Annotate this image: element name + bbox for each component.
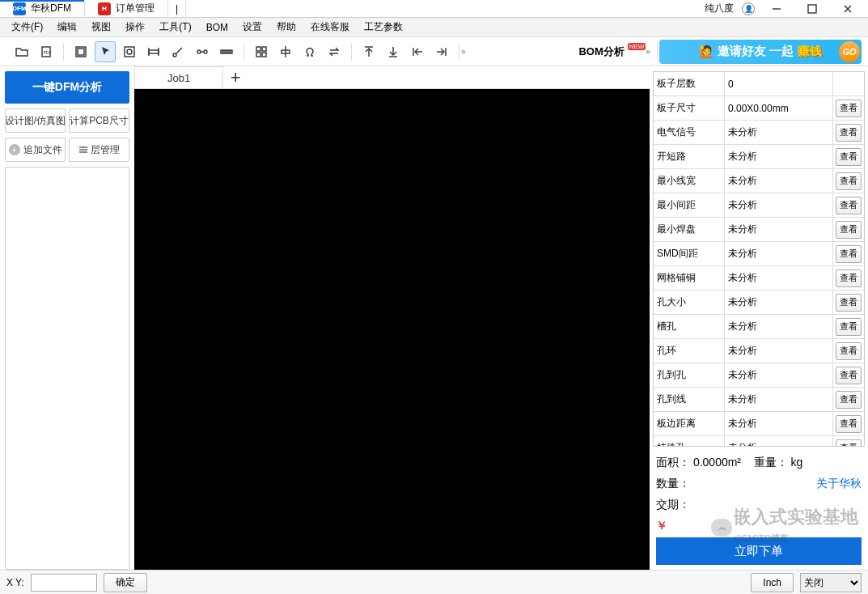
- grid-key: 电气信号: [654, 121, 725, 144]
- menu-support[interactable]: 在线客服: [304, 18, 356, 36]
- select-tool-icon[interactable]: [95, 41, 116, 62]
- app-tab-dfm-label: 华秋DFM: [31, 2, 71, 15]
- main-area: 一键DFM分析 设计图/仿真图 计算PCB尺寸 + 追加文件 层管理 Job1 …: [0, 66, 868, 570]
- grid-value: 未分析: [725, 266, 833, 290]
- grid-row: 网格铺铜未分析查看: [654, 266, 864, 291]
- prev-icon[interactable]: [407, 41, 428, 62]
- close-select[interactable]: 关闭: [800, 573, 862, 592]
- order-now-button[interactable]: 立即下单: [656, 537, 862, 565]
- grid-value: 未分析: [725, 436, 833, 447]
- grid-value: 未分析: [725, 169, 833, 193]
- bom-overflow-icon[interactable]: »: [646, 47, 650, 56]
- grid-key: 网格铺铜: [654, 266, 725, 290]
- close-button[interactable]: [834, 0, 862, 18]
- view-button[interactable]: 查看: [836, 100, 862, 117]
- toolbar-overflow-icon[interactable]: »: [461, 47, 466, 56]
- weight-value: kg: [791, 456, 803, 469]
- ruler-icon[interactable]: [216, 41, 237, 62]
- view-button[interactable]: 查看: [836, 124, 862, 142]
- import-down-icon[interactable]: [383, 41, 404, 62]
- view-button[interactable]: 查看: [836, 367, 862, 384]
- app-tab-spacer: |: [168, 0, 186, 18]
- view-button[interactable]: 查看: [836, 318, 862, 336]
- grid-row: 最小间距未分析查看: [654, 193, 864, 218]
- bom-analyze-button[interactable]: BOM分析: [575, 45, 627, 59]
- calc-pcb-size-button[interactable]: 计算PCB尺寸: [69, 108, 129, 133]
- grid-row: 孔环未分析查看: [654, 339, 864, 363]
- user-name[interactable]: 纯八度: [705, 2, 734, 15]
- grid-key: 最小线宽: [654, 169, 725, 193]
- menu-help[interactable]: 帮助: [270, 18, 303, 36]
- view-button[interactable]: 查看: [836, 439, 862, 448]
- svg-point-9: [127, 49, 132, 54]
- open-folder-icon[interactable]: [11, 41, 32, 62]
- one-click-dfm-button[interactable]: 一键DFM分析: [5, 71, 129, 104]
- analysis-grid[interactable]: 板子层数0板子尺寸0.00X0.00mm查看电气信号未分析查看开短路未分析查看最…: [653, 71, 865, 447]
- minimize-button[interactable]: [763, 0, 790, 18]
- open-pdf-icon[interactable]: PDF: [36, 41, 57, 62]
- next-icon[interactable]: [431, 41, 452, 62]
- app-tab-order[interactable]: H 订单管理: [85, 0, 168, 18]
- panel-grid-icon[interactable]: [251, 41, 272, 62]
- measure-net-icon[interactable]: [192, 41, 213, 62]
- measure-point-icon[interactable]: [167, 41, 188, 62]
- banner-text-cash: 赚钱: [798, 44, 822, 59]
- grid-row: 特殊孔未分析查看: [654, 436, 864, 447]
- grid-key: 板子层数: [654, 72, 725, 95]
- zoom-window-icon[interactable]: [119, 41, 140, 62]
- view-button[interactable]: 查看: [836, 148, 862, 166]
- design-sim-button[interactable]: 设计图/仿真图: [5, 108, 66, 133]
- menu-view[interactable]: 视图: [85, 18, 117, 36]
- unit-toggle-button[interactable]: Inch: [751, 573, 794, 592]
- view-button[interactable]: 查看: [836, 221, 862, 239]
- menu-tools[interactable]: 工具(T): [153, 18, 197, 36]
- swap-icon[interactable]: [324, 41, 345, 62]
- app-tab-dfm[interactable]: DFM 华秋DFM: [0, 0, 85, 18]
- grid-value: 未分析: [725, 242, 833, 265]
- document-tab-job1[interactable]: Job1: [134, 66, 223, 88]
- about-link[interactable]: 关于华秋: [816, 473, 862, 494]
- menu-bom[interactable]: BOM: [200, 19, 235, 36]
- grid-value: 未分析: [725, 388, 833, 411]
- grid-row: 孔到孔未分析查看: [654, 363, 864, 388]
- view-button[interactable]: 查看: [836, 245, 862, 263]
- export-up-icon[interactable]: [358, 41, 379, 62]
- measure-dim-icon[interactable]: [143, 41, 164, 62]
- menu-operate[interactable]: 操作: [119, 18, 151, 36]
- invite-banner[interactable]: 🙋 邀请好友 一起 赚钱 GO: [659, 40, 862, 64]
- area-value: 0.0000m²: [693, 456, 741, 469]
- banner-text-pre: 邀请好友 一起: [718, 44, 794, 59]
- xy-input[interactable]: [31, 574, 97, 592]
- view-button[interactable]: 查看: [836, 415, 862, 433]
- menu-file[interactable]: 文件(F): [5, 18, 49, 36]
- svg-rect-10: [149, 50, 159, 53]
- layer-manage-button[interactable]: 层管理: [69, 138, 129, 162]
- add-file-button[interactable]: + 追加文件: [5, 138, 66, 162]
- menu-process[interactable]: 工艺参数: [358, 18, 409, 36]
- align-mid-icon[interactable]: [275, 41, 296, 62]
- view-button[interactable]: 查看: [836, 269, 862, 287]
- banner-go-icon[interactable]: GO: [839, 41, 860, 62]
- view-button[interactable]: 查看: [836, 172, 862, 190]
- status-bar: X Y: 确定 Inch 关闭: [0, 570, 868, 594]
- grid-value: 未分析: [725, 339, 833, 363]
- view-button[interactable]: 查看: [836, 342, 862, 360]
- add-document-tab[interactable]: +: [223, 66, 248, 88]
- view-button[interactable]: 查看: [836, 197, 862, 214]
- grid-key: 开短路: [654, 145, 725, 168]
- confirm-button[interactable]: 确定: [104, 573, 147, 592]
- view-button[interactable]: 查看: [836, 294, 862, 312]
- ohm-icon[interactable]: [299, 41, 320, 62]
- maximize-button[interactable]: [798, 0, 826, 18]
- grid-value: 0: [725, 72, 833, 95]
- menu-settings[interactable]: 设置: [236, 18, 269, 36]
- menu-edit[interactable]: 编辑: [51, 18, 83, 36]
- summary-panel: 面积： 0.0000m² 重量： kg 数量： 关于华秋 交期： ￥ 立即下单 …: [653, 447, 865, 570]
- pcb-canvas[interactable]: [134, 89, 650, 570]
- view-button[interactable]: 查看: [836, 391, 862, 409]
- svg-rect-27: [256, 53, 260, 57]
- user-avatar-icon[interactable]: 👤: [742, 2, 755, 15]
- lead-label: 交期：: [656, 498, 690, 511]
- view-full-icon[interactable]: [70, 41, 91, 62]
- weight-label: 重量：: [754, 456, 788, 469]
